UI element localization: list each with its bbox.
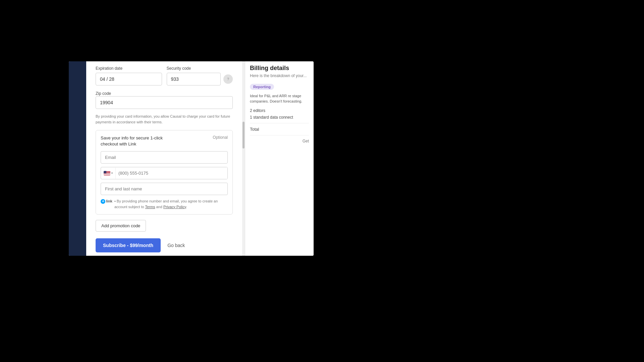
zip-input[interactable] <box>96 96 233 109</box>
and-text: and <box>156 205 162 209</box>
right-panel: Billing details Here is the breakdown of… <box>245 61 314 256</box>
billing-title: Billing details <box>250 65 309 72</box>
go-back-button[interactable]: Go back <box>167 243 185 248</box>
privacy-link[interactable]: Privacy Policy <box>163 205 186 209</box>
expiration-group: Expiration date <box>96 66 162 85</box>
scrollbar[interactable] <box>242 61 245 256</box>
us-flag-icon <box>104 171 110 176</box>
total-row: Total <box>250 127 309 132</box>
email-input[interactable] <box>101 151 228 164</box>
link-header: Save your info for secure 1-click checko… <box>101 135 228 147</box>
get-text: Get <box>250 139 309 143</box>
link-icon: ⊘ <box>101 199 105 204</box>
security-label: Security code <box>167 66 233 71</box>
link-title: Save your info for secure 1-click checko… <box>101 135 168 147</box>
plan-description: Ideal for P&L and ARR re stage companies… <box>250 93 309 104</box>
terms-text: By providing your card information, you … <box>96 114 233 125</box>
optional-badge: Optional <box>213 135 228 140</box>
data-connect-feature: 1 standard data connect <box>250 115 309 120</box>
security-input[interactable] <box>167 73 221 85</box>
phone-wrapper: ▾ <box>101 167 228 179</box>
divider-2 <box>250 135 309 135</box>
divider <box>250 123 309 123</box>
security-group: Security code ? <box>167 66 233 85</box>
billing-subtitle: Here is the breakdown of your... <box>250 73 309 79</box>
form-area: Expiration date Security code ? Zip code… <box>86 61 242 256</box>
subscribe-button[interactable]: Subscribe - $99/month <box>96 238 161 252</box>
link-logo: ⊘ link <box>101 198 112 204</box>
link-section: Save your info for secure 1-click checko… <box>96 130 233 215</box>
phone-input[interactable] <box>116 167 227 179</box>
left-sidebar <box>69 61 86 256</box>
link-footer-text: • By providing phone number and email, y… <box>114 198 228 209</box>
security-icon: ? <box>223 74 233 84</box>
total-label: Total <box>250 127 259 132</box>
link-footer: ⊘ link • By providing phone number and e… <box>101 198 228 209</box>
link-brand-text: link <box>106 198 112 204</box>
editors-feature: 2 editors <box>250 108 309 113</box>
zip-group: Zip code <box>96 90 233 109</box>
country-selector[interactable]: ▾ <box>101 168 116 179</box>
scroll-thumb[interactable] <box>243 122 245 148</box>
action-row: Subscribe - $99/month Go back <box>96 238 233 256</box>
name-input[interactable] <box>101 183 228 195</box>
expiration-input[interactable] <box>96 73 162 85</box>
plan-badge: Reporting <box>250 84 274 90</box>
email-wrapper <box>101 151 228 164</box>
expiration-label: Expiration date <box>96 66 162 71</box>
promo-code-button[interactable]: Add promotion code <box>96 220 146 232</box>
chevron-down-icon: ▾ <box>111 172 113 175</box>
zip-label: Zip code <box>96 91 111 96</box>
terms-link[interactable]: Terms <box>145 205 155 209</box>
